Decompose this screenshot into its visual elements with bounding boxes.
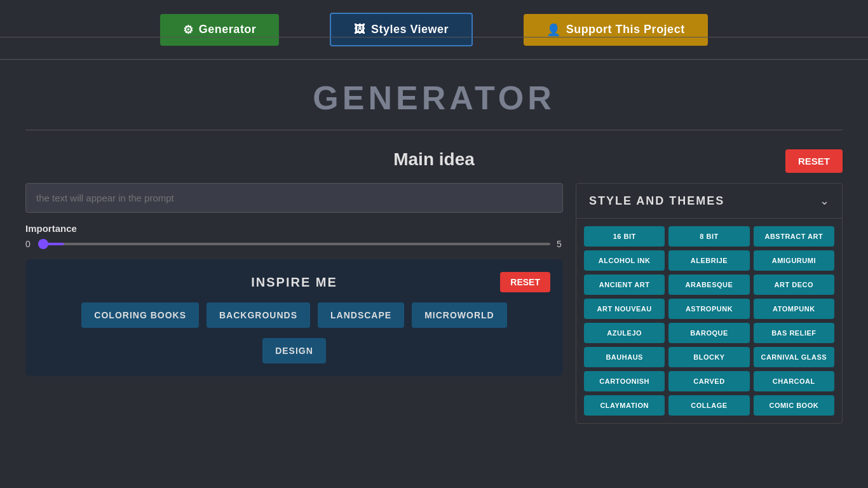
styles-viewer-nav-label: Styles Viewer <box>371 23 449 36</box>
inspire-landscape[interactable]: LANDSCAPE <box>318 302 404 328</box>
chevron-down-icon[interactable]: ⌄ <box>820 194 829 208</box>
style-tag-ancient-art[interactable]: ANCIENT ART <box>584 274 665 295</box>
left-column: Importance 0 5 INSPIRE ME RESET COLOR <box>25 183 563 376</box>
inspire-coloring-books[interactable]: COLORING BOOKS <box>81 302 199 328</box>
style-tag-atompunk[interactable]: ATOMPUNK <box>754 299 834 319</box>
person-icon: 👤 <box>546 23 561 37</box>
title-divider <box>25 130 843 130</box>
style-tag-carved[interactable]: CARVED <box>668 371 749 391</box>
importance-slider[interactable] <box>38 243 550 245</box>
style-tag-art-deco[interactable]: ART DECO <box>754 274 834 295</box>
two-column-layout: Importance 0 5 INSPIRE ME RESET COLOR <box>25 183 843 424</box>
inspire-buttons-row: COLORING BOOKS BACKGROUNDS LANDSCAPE MIC… <box>38 302 550 328</box>
main-content: GENERATOR Main idea RESET Importance 0 5 <box>0 60 868 437</box>
style-tag-claymation[interactable]: CLAYMATION <box>584 395 665 416</box>
style-panel: STYLE AND THEMES ⌄ 16 BIT8 BITABSTRACT A… <box>576 183 843 424</box>
style-tag-carnival-glass[interactable]: CARNIVAL GLASS <box>754 347 834 367</box>
top-navigation: ⚙ Generator 🖼 Styles Viewer 👤 Support Th… <box>0 0 868 60</box>
inspire-design[interactable]: DESIGN <box>262 338 326 363</box>
importance-label: Importance <box>25 223 563 234</box>
style-tag-cartoonish[interactable]: CARTOONISH <box>584 371 665 391</box>
importance-section: Importance 0 5 <box>25 223 563 249</box>
inspire-header: INSPIRE ME RESET <box>38 272 550 292</box>
style-tag-amigurumi[interactable]: AMIGURUMI <box>754 250 834 271</box>
style-tag-charcoal[interactable]: CHARCOAL <box>754 371 834 391</box>
inspire-microworld[interactable]: MICROWORLD <box>412 302 507 328</box>
inspire-title: INSPIRE ME <box>209 275 380 290</box>
generator-nav-button[interactable]: ⚙ Generator <box>160 14 279 46</box>
main-reset-button[interactable]: RESET <box>785 149 843 173</box>
style-tag-collage[interactable]: COLLAGE <box>668 395 749 416</box>
style-tag-bas-relief[interactable]: BAS RELIEF <box>754 323 834 343</box>
generator-nav-label: Generator <box>199 23 257 36</box>
slider-min-label: 0 <box>25 239 32 249</box>
style-panel-title: STYLE AND THEMES <box>589 194 724 208</box>
style-tag-baroque[interactable]: BAROQUE <box>668 323 749 343</box>
inspire-backgrounds[interactable]: BACKGROUNDS <box>207 302 310 328</box>
section-main-idea-title: Main idea <box>230 149 639 170</box>
inspire-me-box: INSPIRE ME RESET COLORING BOOKS BACKGROU… <box>25 259 563 376</box>
slider-max-label: 5 <box>557 239 563 249</box>
gear-icon: ⚙ <box>183 23 194 37</box>
style-tag-8-bit[interactable]: 8 BIT <box>668 226 749 247</box>
support-nav-button[interactable]: 👤 Support This Project <box>524 14 708 46</box>
image-icon: 🖼 <box>354 23 366 36</box>
style-tag-astropunk[interactable]: ASTROPUNK <box>668 299 749 319</box>
style-tag-arabesque[interactable]: ARABESQUE <box>668 274 749 295</box>
style-tag-alebrije[interactable]: ALEBRIJE <box>668 250 749 271</box>
style-tag-blocky[interactable]: BLOCKY <box>668 347 749 367</box>
page-title: GENERATOR <box>313 79 555 117</box>
style-tag-alcohol-ink[interactable]: ALCOHOL INK <box>584 250 665 271</box>
style-tag-comic-book[interactable]: COMIC BOOK <box>754 395 834 416</box>
styles-viewer-nav-button[interactable]: 🖼 Styles Viewer <box>330 13 473 46</box>
style-tag-art-nouveau[interactable]: ART NOUVEAU <box>584 299 665 319</box>
style-panel-header: STYLE AND THEMES ⌄ <box>576 184 842 219</box>
slider-row: 0 5 <box>25 239 563 249</box>
inspire-buttons-row-2: DESIGN <box>38 338 550 363</box>
style-tag-abstract-art[interactable]: ABSTRACT ART <box>754 226 834 247</box>
style-tag-16-bit[interactable]: 16 BIT <box>584 226 665 247</box>
style-tags-grid: 16 BIT8 BITABSTRACT ARTALCOHOL INKALEBRI… <box>576 219 842 423</box>
inspire-reset-button[interactable]: RESET <box>500 272 550 292</box>
style-tag-azulejo[interactable]: AZULEJO <box>584 323 665 343</box>
style-tag-bauhaus[interactable]: BAUHAUS <box>584 347 665 367</box>
content-header-row: Main idea RESET <box>25 149 843 173</box>
support-nav-label: Support This Project <box>566 23 685 36</box>
main-idea-input[interactable] <box>25 183 563 213</box>
